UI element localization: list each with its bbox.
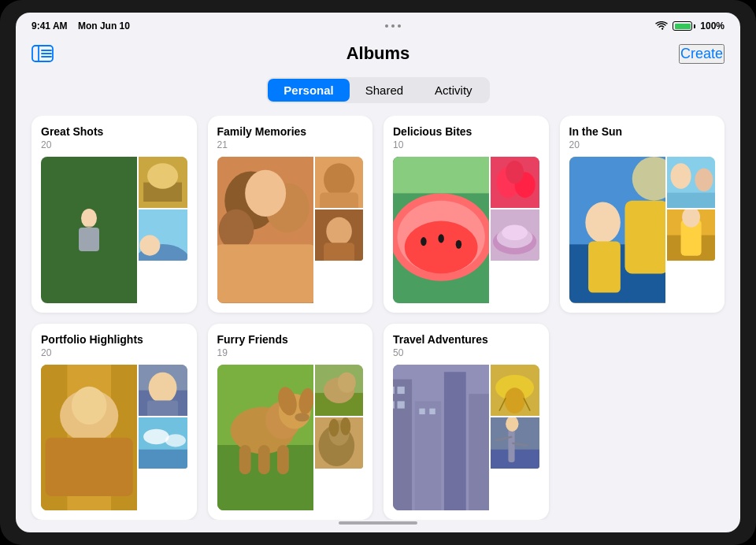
svg-rect-81 [277,445,289,474]
svg-rect-97 [398,386,405,393]
album-count: 20 [41,139,187,150]
side-photos [139,365,187,469]
album-title: Great Shots [41,125,187,138]
svg-point-38 [506,161,524,184]
svg-point-18 [218,209,254,250]
sidebar-toggle-icon[interactable] [32,45,54,62]
svg-rect-19 [217,244,313,302]
svg-point-6 [81,209,97,228]
photo-side-1 [491,157,539,208]
status-dots [385,24,401,28]
ipad-screen: 9:41 AM Mon Jun 10 [16,13,740,532]
svg-point-62 [72,386,107,424]
side-photos [315,365,363,469]
svg-point-89 [328,418,339,436]
photo-side-1 [315,365,363,416]
album-count: 50 [393,347,539,358]
photo-side-2 [315,209,363,261]
album-photos [393,365,539,511]
svg-rect-68 [139,449,187,468]
photo-side-2 [491,209,539,261]
tab-activity[interactable]: Activity [419,79,488,102]
svg-rect-46 [588,242,621,293]
ipad-frame: 9:41 AM Mon Jun 10 [0,0,756,545]
albums-grid: Great Shots 20 [16,116,740,520]
album-photos [393,157,539,303]
dot-1 [385,24,388,28]
album-photos [41,365,187,511]
svg-point-70 [165,434,186,447]
album-photos [217,157,364,303]
photo-side-2 [491,417,539,469]
album-card-in-the-sun[interactable]: In the Sun 20 [560,116,725,313]
battery-percentage: 100% [700,20,724,32]
album-count: 21 [217,139,364,150]
svg-rect-92 [393,379,412,510]
svg-point-25 [326,217,352,246]
album-count: 10 [393,139,539,150]
battery-indicator [673,21,695,31]
svg-point-11 [147,163,178,189]
svg-point-50 [670,163,691,189]
dot-2 [391,24,395,28]
svg-rect-99 [398,401,405,408]
svg-rect-94 [444,372,466,510]
home-indicator [339,521,417,525]
segment-control: Personal Shared Activity [266,77,489,103]
svg-point-31 [421,237,426,246]
svg-point-90 [340,417,350,436]
status-time: 9:41 AM [32,20,68,32]
svg-point-51 [695,169,713,191]
side-photos [139,157,187,261]
photo-side-2 [315,417,363,469]
photo-main [393,365,489,511]
tab-personal[interactable]: Personal [268,79,349,102]
album-photos [217,365,364,511]
status-date: Mon Jun 10 [78,20,130,32]
svg-rect-66 [147,400,178,416]
svg-point-20 [245,170,286,217]
svg-rect-79 [239,445,250,474]
svg-rect-23 [320,193,358,209]
nav-bar: Albums Create [16,36,740,71]
photo-main [217,365,313,511]
album-count: 19 [217,347,364,358]
create-button[interactable]: Create [679,44,724,64]
album-photos [41,157,187,303]
side-photos [315,157,363,261]
album-card-travel-adventures[interactable]: Travel Adventures 50 [384,324,549,521]
photo-side-1 [315,157,363,208]
album-card-family-memories[interactable]: Family Memories 21 [208,116,373,313]
album-title: Family Memories [217,125,364,138]
svg-rect-61 [46,437,133,495]
album-count: 20 [569,139,716,150]
side-photos [491,157,539,261]
tab-shared[interactable]: Shared [350,79,419,102]
album-card-delicious-bites[interactable]: Delicious Bites 10 [384,116,549,313]
photo-side-2 [667,209,715,261]
battery-fill [675,24,691,29]
svg-rect-52 [667,193,715,209]
album-count: 20 [41,347,187,358]
album-card-portfolio-highlights[interactable]: Portfolio Highlights 20 [32,324,197,521]
side-photos [491,365,539,469]
album-card-great-shots[interactable]: Great Shots 20 [32,116,197,313]
photo-side-1 [491,365,539,416]
album-title: Furry Friends [217,333,364,346]
svg-rect-34 [393,157,489,193]
photo-side-2 [139,417,187,469]
album-title: Delicious Bites [393,125,539,138]
svg-rect-98 [393,401,395,408]
svg-rect-8 [69,226,109,258]
status-time-date: 9:41 AM Mon Jun 10 [32,20,130,32]
photo-side-1 [667,157,715,208]
photo-main [217,157,313,303]
photo-side-2 [139,209,187,261]
album-card-furry-friends[interactable]: Furry Friends 19 [208,324,373,521]
svg-rect-100 [419,408,424,413]
svg-point-14 [140,235,161,256]
svg-point-42 [502,225,528,241]
photo-main [393,157,489,303]
photo-main [569,157,665,303]
svg-point-85 [338,372,356,392]
